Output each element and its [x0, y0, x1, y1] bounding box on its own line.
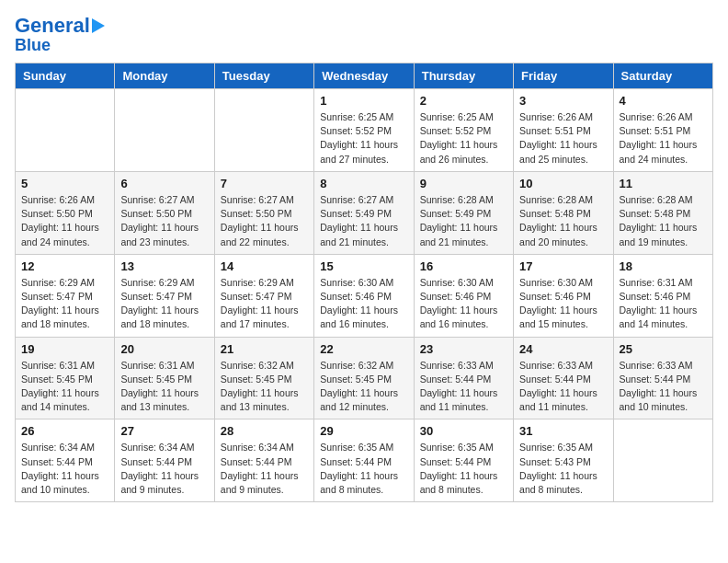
day-number: 5: [21, 177, 108, 190]
calendar-day-cell: 11Sunrise: 6:28 AM Sunset: 5:48 PM Dayli…: [613, 171, 712, 254]
day-info: Sunrise: 6:34 AM Sunset: 5:44 PM Dayligh…: [221, 441, 308, 497]
calendar-day-cell: 22Sunrise: 6:32 AM Sunset: 5:45 PM Dayli…: [314, 337, 414, 419]
column-header-wednesday: Wednesday: [314, 63, 414, 88]
day-number: 22: [320, 342, 407, 356]
day-info: Sunrise: 6:30 AM Sunset: 5:46 PM Dayligh…: [519, 276, 607, 332]
calendar-day-cell: 12Sunrise: 6:29 AM Sunset: 5:47 PM Dayli…: [16, 254, 115, 337]
day-info: Sunrise: 6:32 AM Sunset: 5:45 PM Dayligh…: [320, 359, 407, 415]
day-info: Sunrise: 6:27 AM Sunset: 5:49 PM Dayligh…: [320, 193, 407, 249]
day-info: Sunrise: 6:35 AM Sunset: 5:44 PM Dayligh…: [420, 441, 507, 497]
day-number: 1: [320, 94, 407, 108]
day-info: Sunrise: 6:35 AM Sunset: 5:44 PM Dayligh…: [320, 441, 407, 497]
day-info: Sunrise: 6:27 AM Sunset: 5:50 PM Dayligh…: [221, 193, 308, 249]
calendar-day-cell: 14Sunrise: 6:29 AM Sunset: 5:47 PM Dayli…: [214, 254, 313, 337]
day-number: 16: [420, 259, 507, 273]
day-number: 28: [221, 424, 308, 438]
day-info: Sunrise: 6:31 AM Sunset: 5:45 PM Dayligh…: [120, 359, 208, 415]
day-number: 25: [620, 342, 707, 356]
day-info: Sunrise: 6:28 AM Sunset: 5:49 PM Dayligh…: [420, 193, 507, 249]
calendar-day-cell: 30Sunrise: 6:35 AM Sunset: 5:44 PM Dayli…: [414, 419, 513, 502]
day-info: Sunrise: 6:28 AM Sunset: 5:48 PM Dayligh…: [620, 193, 707, 249]
calendar-day-cell: 21Sunrise: 6:32 AM Sunset: 5:45 PM Dayli…: [214, 337, 313, 419]
calendar-week-row: 5Sunrise: 6:26 AM Sunset: 5:50 PM Daylig…: [16, 171, 713, 254]
day-number: 2: [420, 94, 507, 108]
day-info: Sunrise: 6:29 AM Sunset: 5:47 PM Dayligh…: [221, 276, 308, 332]
day-info: Sunrise: 6:30 AM Sunset: 5:46 PM Dayligh…: [420, 276, 507, 332]
day-number: 26: [21, 424, 108, 438]
day-number: 7: [221, 177, 308, 190]
calendar-day-cell: 9Sunrise: 6:28 AM Sunset: 5:49 PM Daylig…: [414, 171, 513, 254]
column-header-saturday: Saturday: [613, 63, 712, 88]
calendar-day-cell: 24Sunrise: 6:33 AM Sunset: 5:44 PM Dayli…: [514, 337, 613, 419]
calendar-week-row: 19Sunrise: 6:31 AM Sunset: 5:45 PM Dayli…: [16, 337, 713, 419]
day-number: 24: [519, 342, 607, 356]
day-info: Sunrise: 6:26 AM Sunset: 5:51 PM Dayligh…: [620, 110, 707, 167]
day-info: Sunrise: 6:32 AM Sunset: 5:45 PM Dayligh…: [221, 359, 308, 415]
day-number: 27: [120, 424, 208, 438]
calendar-week-row: 26Sunrise: 6:34 AM Sunset: 5:44 PM Dayli…: [16, 419, 713, 502]
day-number: 8: [320, 177, 407, 190]
day-number: 17: [519, 259, 607, 273]
calendar-day-cell: 20Sunrise: 6:31 AM Sunset: 5:45 PM Dayli…: [115, 337, 214, 419]
day-info: Sunrise: 6:34 AM Sunset: 5:44 PM Dayligh…: [21, 441, 108, 497]
calendar-day-cell: 25Sunrise: 6:33 AM Sunset: 5:44 PM Dayli…: [613, 337, 712, 419]
day-number: 20: [120, 342, 208, 356]
day-info: Sunrise: 6:33 AM Sunset: 5:44 PM Dayligh…: [620, 359, 707, 415]
day-number: 29: [320, 424, 407, 438]
logo-arrow-icon: [92, 18, 105, 33]
day-number: 4: [620, 94, 707, 108]
day-number: 23: [420, 342, 507, 356]
column-header-thursday: Thursday: [414, 63, 513, 88]
calendar-table: SundayMondayTuesdayWednesdayThursdayFrid…: [15, 63, 713, 502]
column-header-tuesday: Tuesday: [214, 63, 313, 88]
calendar-day-cell: 5Sunrise: 6:26 AM Sunset: 5:50 PM Daylig…: [16, 171, 115, 254]
calendar-week-row: 1Sunrise: 6:25 AM Sunset: 5:52 PM Daylig…: [16, 88, 713, 171]
day-info: Sunrise: 6:25 AM Sunset: 5:52 PM Dayligh…: [420, 110, 507, 167]
day-info: Sunrise: 6:34 AM Sunset: 5:44 PM Dayligh…: [120, 441, 208, 497]
empty-cell: [214, 88, 313, 171]
day-number: 12: [21, 259, 108, 273]
day-info: Sunrise: 6:31 AM Sunset: 5:45 PM Dayligh…: [21, 359, 108, 415]
calendar-week-row: 12Sunrise: 6:29 AM Sunset: 5:47 PM Dayli…: [16, 254, 713, 337]
calendar-day-cell: 23Sunrise: 6:33 AM Sunset: 5:44 PM Dayli…: [414, 337, 513, 419]
logo: General Blue: [15, 15, 105, 55]
day-info: Sunrise: 6:26 AM Sunset: 5:51 PM Dayligh…: [519, 110, 607, 167]
calendar-day-cell: 18Sunrise: 6:31 AM Sunset: 5:46 PM Dayli…: [613, 254, 712, 337]
calendar-day-cell: 7Sunrise: 6:27 AM Sunset: 5:50 PM Daylig…: [214, 171, 313, 254]
day-info: Sunrise: 6:33 AM Sunset: 5:44 PM Dayligh…: [519, 359, 607, 415]
day-info: Sunrise: 6:35 AM Sunset: 5:43 PM Dayligh…: [519, 441, 607, 497]
calendar-day-cell: 28Sunrise: 6:34 AM Sunset: 5:44 PM Dayli…: [214, 419, 313, 502]
page-header: General Blue: [15, 15, 713, 55]
empty-cell: [115, 88, 214, 171]
calendar-day-cell: 8Sunrise: 6:27 AM Sunset: 5:49 PM Daylig…: [314, 171, 414, 254]
day-info: Sunrise: 6:30 AM Sunset: 5:46 PM Dayligh…: [320, 276, 407, 332]
day-number: 19: [21, 342, 108, 356]
day-info: Sunrise: 6:29 AM Sunset: 5:47 PM Dayligh…: [120, 276, 208, 332]
empty-cell: [16, 88, 115, 171]
calendar-header-row: SundayMondayTuesdayWednesdayThursdayFrid…: [16, 63, 713, 88]
logo-text-blue: Blue: [15, 37, 51, 55]
day-number: 15: [320, 259, 407, 273]
calendar-day-cell: 31Sunrise: 6:35 AM Sunset: 5:43 PM Dayli…: [514, 419, 613, 502]
calendar-day-cell: 3Sunrise: 6:26 AM Sunset: 5:51 PM Daylig…: [514, 88, 613, 171]
calendar-day-cell: 2Sunrise: 6:25 AM Sunset: 5:52 PM Daylig…: [414, 88, 513, 171]
calendar-day-cell: 26Sunrise: 6:34 AM Sunset: 5:44 PM Dayli…: [16, 419, 115, 502]
day-number: 3: [519, 94, 607, 108]
day-info: Sunrise: 6:25 AM Sunset: 5:52 PM Dayligh…: [320, 110, 407, 167]
day-info: Sunrise: 6:28 AM Sunset: 5:48 PM Dayligh…: [519, 193, 607, 249]
day-info: Sunrise: 6:29 AM Sunset: 5:47 PM Dayligh…: [21, 276, 108, 332]
column-header-sunday: Sunday: [16, 63, 115, 88]
day-number: 14: [221, 259, 308, 273]
calendar-day-cell: 16Sunrise: 6:30 AM Sunset: 5:46 PM Dayli…: [414, 254, 513, 337]
day-info: Sunrise: 6:33 AM Sunset: 5:44 PM Dayligh…: [420, 359, 507, 415]
day-number: 13: [120, 259, 208, 273]
day-number: 31: [519, 424, 607, 438]
day-info: Sunrise: 6:27 AM Sunset: 5:50 PM Dayligh…: [120, 193, 208, 249]
day-number: 9: [420, 177, 507, 190]
day-number: 11: [620, 177, 707, 190]
day-number: 18: [620, 259, 707, 273]
day-info: Sunrise: 6:31 AM Sunset: 5:46 PM Dayligh…: [620, 276, 707, 332]
calendar-day-cell: 27Sunrise: 6:34 AM Sunset: 5:44 PM Dayli…: [115, 419, 214, 502]
day-number: 6: [120, 177, 208, 190]
calendar-day-cell: 17Sunrise: 6:30 AM Sunset: 5:46 PM Dayli…: [514, 254, 613, 337]
